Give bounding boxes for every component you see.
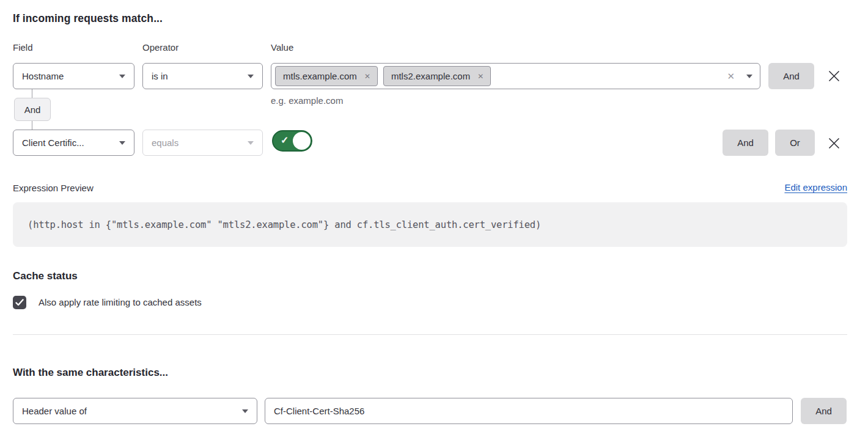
characteristic-select-value: Header value of (22, 406, 87, 416)
delete-condition-button-row1[interactable] (826, 68, 842, 84)
connector-and-chip[interactable]: And (14, 98, 51, 121)
value-tag-list: mtls.example.com ✕ mtls2.example.com ✕ (275, 66, 727, 86)
value-hint-text: e.g. example.com (271, 95, 343, 106)
delete-condition-button-row2[interactable] (826, 136, 842, 151)
chevron-down-icon[interactable] (746, 75, 752, 78)
rule-builder-panel: If incoming requests match... Field Oper… (0, 0, 868, 440)
remove-tag-icon[interactable]: ✕ (364, 73, 370, 80)
connector-line (32, 89, 32, 98)
field-select-row1-value: Hostname (22, 71, 64, 81)
close-icon (826, 68, 842, 84)
and-characteristic-button[interactable]: And (801, 398, 847, 424)
value-tag: mtls2.example.com ✕ (383, 66, 491, 86)
field-select-row2[interactable]: Client Certific... (13, 130, 134, 156)
operator-select-row1[interactable]: is in (142, 63, 263, 89)
connector-line (32, 121, 32, 130)
operator-select-row2-value: equals (152, 138, 178, 148)
chevron-down-icon (242, 409, 248, 413)
check-icon: ✓ (281, 134, 289, 146)
value-tag-text: mtls.example.com (283, 71, 357, 81)
chevron-down-icon (119, 141, 125, 145)
expression-code-block: (http.host in {"mtls.example.com" "mtls2… (13, 202, 847, 247)
check-icon (15, 299, 24, 306)
field-column-label: Field (13, 42, 33, 53)
characteristics-section-title: With the same characteristics... (13, 367, 168, 379)
value-tag: mtls.example.com ✕ (275, 66, 378, 86)
chevron-down-icon (119, 75, 125, 78)
close-icon (826, 136, 842, 151)
clear-values-icon[interactable]: ✕ (727, 72, 735, 81)
operator-select-row2: equals (142, 130, 263, 156)
cached-assets-checkbox-label: Also apply rate limiting to cached asset… (39, 297, 202, 307)
chevron-down-icon (248, 75, 254, 78)
chevron-down-icon (248, 141, 254, 145)
and-condition-button-row2[interactable]: And (723, 130, 768, 156)
value-column-label: Value (271, 42, 293, 53)
section-divider (13, 334, 847, 335)
expression-preview-label: Expression Preview (13, 183, 94, 193)
characteristic-select[interactable]: Header value of (13, 398, 257, 424)
match-section-title: If incoming requests match... (13, 12, 163, 25)
cached-assets-checkbox[interactable] (13, 296, 26, 309)
field-select-row1[interactable]: Hostname (13, 63, 134, 89)
value-tag-text: mtls2.example.com (391, 71, 470, 81)
expression-code-text: (http.host in {"mtls.example.com" "mtls2… (28, 219, 541, 230)
field-select-row2-value: Client Certific... (22, 138, 84, 148)
value-multiselect-row1[interactable]: mtls.example.com ✕ mtls2.example.com ✕ ✕ (271, 63, 760, 89)
cert-verified-toggle[interactable]: ✓ (272, 130, 312, 152)
operator-select-row1-value: is in (152, 71, 168, 81)
or-condition-button-row2[interactable]: Or (775, 130, 815, 156)
operator-column-label: Operator (142, 42, 178, 53)
toggle-knob (293, 132, 311, 150)
edit-expression-link[interactable]: Edit expression (784, 182, 847, 193)
header-name-input[interactable] (265, 398, 793, 424)
cache-status-title: Cache status (13, 270, 78, 282)
and-condition-button-row1[interactable]: And (768, 63, 814, 89)
remove-tag-icon[interactable]: ✕ (477, 73, 484, 80)
